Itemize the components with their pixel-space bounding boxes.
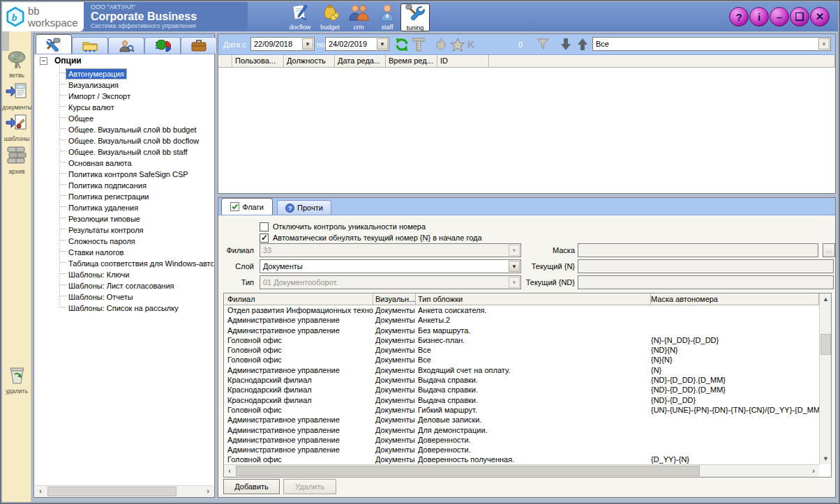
- tree-item[interactable]: Резолюции типовые: [35, 212, 213, 223]
- table-row[interactable]: Административное управление Документы Де…: [224, 415, 819, 425]
- move-down-button[interactable]: [560, 38, 572, 52]
- tree-item[interactable]: Шаблоны: Отчеты: [35, 290, 213, 301]
- tree-item[interactable]: Визуализация: [35, 78, 213, 89]
- filter-select[interactable]: Все ▼: [592, 37, 831, 51]
- tree-item[interactable]: Общее. Визуальный слой bb docflow: [35, 134, 213, 145]
- reset-number-checkbox[interactable]: [260, 234, 269, 243]
- tab-shared-folder[interactable]: [72, 37, 108, 54]
- scrollbar-thumb[interactable]: [236, 466, 700, 476]
- column-header-id[interactable]: ID: [437, 55, 489, 68]
- scrollbar-thumb[interactable]: [47, 487, 177, 496]
- scrollbar-thumb[interactable]: [820, 334, 831, 355]
- tree-item[interactable]: Политика регистрации: [35, 190, 213, 201]
- column-header-edit-date[interactable]: Дата реда...: [335, 55, 386, 68]
- tree-item[interactable]: Основная валюта: [35, 156, 213, 167]
- column-header-cover-type[interactable]: Тип обложки: [416, 293, 651, 305]
- tab-read[interactable]: ? Прочти: [277, 200, 331, 215]
- scroll-down-icon[interactable]: ▼: [820, 453, 832, 464]
- table-row[interactable]: Головной офис Документы Доверенность пол…: [224, 455, 819, 464]
- delete-button[interactable]: Удалить: [283, 479, 336, 494]
- table-row[interactable]: Административное управление Документы Дл…: [224, 425, 819, 435]
- tree-item[interactable]: Общее. Визуальный слой bb budget: [35, 123, 213, 134]
- scroll-right-icon[interactable]: ›: [808, 466, 819, 477]
- table-vertical-scrollbar[interactable]: ▲ ▼: [819, 293, 831, 464]
- layer-select[interactable]: Документы ▼: [260, 259, 521, 273]
- move-up-button[interactable]: [576, 38, 589, 52]
- table-row[interactable]: Краснодарский филиал Документы Выдача сп…: [224, 395, 819, 405]
- module-budget[interactable]: budget: [315, 3, 345, 31]
- column-header-filial[interactable]: Филиал: [224, 293, 373, 305]
- table-row[interactable]: Административное управление Документы До…: [224, 435, 819, 445]
- column-header-visual[interactable]: Визуальн...: [373, 293, 416, 305]
- tree-item[interactable]: Сложность пароля: [35, 234, 213, 245]
- chevron-down-icon[interactable]: ▼: [377, 38, 388, 49]
- tree-item[interactable]: Таблица соответствия для Windows-авто: [35, 257, 213, 268]
- scroll-right-icon[interactable]: ›: [202, 486, 213, 497]
- module-staff[interactable]: staff: [373, 3, 402, 31]
- unique-number-checkbox[interactable]: [260, 222, 269, 231]
- chevron-down-icon[interactable]: ▼: [302, 38, 313, 49]
- maximize-button[interactable]: ❑: [790, 7, 809, 26]
- table-row[interactable]: Головной офис Документы Гибкий маршрут. …: [224, 405, 819, 415]
- sidebar-item-branch[interactable]: ветвь: [2, 50, 31, 79]
- tree-item[interactable]: Общее: [35, 112, 213, 123]
- tree-item[interactable]: Автонумерация: [35, 67, 213, 78]
- tree-item[interactable]: Политика подписания: [35, 178, 213, 190]
- column-header[interactable]: [218, 55, 232, 68]
- sidebar-item-templates[interactable]: шаблоны: [2, 114, 31, 142]
- sidebar-item-documents[interactable]: документы: [2, 82, 31, 111]
- column-header-user[interactable]: Пользова...: [232, 55, 284, 68]
- ruler-button[interactable]: [412, 38, 425, 53]
- tree-item[interactable]: Шаблоны: Ключи: [35, 268, 213, 279]
- column-header-mask[interactable]: Маска автономера: [651, 293, 819, 305]
- tree-item[interactable]: Ставки налогов: [35, 245, 213, 257]
- table-row[interactable]: Отдел развития Информационных технологий…: [224, 305, 819, 315]
- table-row[interactable]: Административное управление Документы Бе…: [224, 326, 819, 335]
- column-header-edit-time[interactable]: Время ред...: [386, 55, 437, 68]
- k-button[interactable]: K: [467, 39, 474, 50]
- tab-person-search[interactable]: [108, 37, 144, 54]
- favorite-button[interactable]: [450, 38, 465, 53]
- help-button[interactable]: ?: [729, 7, 749, 26]
- tree-item[interactable]: Курсы валют: [35, 100, 213, 112]
- table-row[interactable]: Головной офис Документы Все {ND}{N}: [224, 345, 819, 355]
- tree-item[interactable]: Политика удаления: [35, 201, 213, 212]
- table-horizontal-scrollbar[interactable]: ‹ ›: [224, 464, 819, 477]
- close-button[interactable]: ✕: [810, 7, 830, 26]
- tree-horizontal-scrollbar[interactable]: ‹ ›: [35, 485, 213, 496]
- tree-item[interactable]: Шаблоны: Список на рассылку: [35, 301, 213, 312]
- tree-item[interactable]: Результаты контроля: [35, 223, 213, 234]
- refresh-button[interactable]: [394, 38, 410, 53]
- tree-item[interactable]: Политика контроля SafeSign CSP: [35, 167, 213, 178]
- info-button[interactable]: i: [749, 7, 769, 26]
- scroll-left-icon[interactable]: ‹: [35, 486, 46, 497]
- tab-briefcase[interactable]: [181, 37, 217, 54]
- add-button[interactable]: Добавить: [223, 479, 280, 494]
- table-row[interactable]: Краснодарский филиал Документы Выдача сп…: [224, 375, 819, 385]
- sidebar-item-delete[interactable]: удалить: [2, 365, 31, 395]
- flame-button[interactable]: [435, 38, 447, 53]
- table-row[interactable]: Головной офис Документы Все {N}{N}: [224, 355, 819, 365]
- table-row[interactable]: Административное управление Документы Вх…: [224, 365, 819, 375]
- sidebar-item-archive[interactable]: архив: [2, 145, 31, 175]
- table-row[interactable]: Головной офис Документы Бизнес-план. {N}…: [224, 335, 819, 345]
- date-to-select[interactable]: 24/02/2019 ▼: [325, 37, 389, 51]
- tab-tools[interactable]: [36, 34, 72, 54]
- filter-button[interactable]: [536, 38, 550, 52]
- tree-item[interactable]: Импорт / Экспорт: [35, 89, 213, 100]
- tree-item[interactable]: Шаблоны: Лист согласования: [35, 279, 213, 290]
- tree-item[interactable]: Общее. Визуальный слой bb staff: [35, 145, 213, 156]
- module-tuning[interactable]: tuning: [400, 3, 430, 31]
- tree-collapse-icon[interactable]: −: [40, 57, 47, 65]
- minimize-button[interactable]: –: [770, 7, 789, 26]
- history-grid-body[interactable]: [218, 68, 835, 193]
- table-row[interactable]: Административное управление Документы До…: [224, 445, 819, 455]
- chevron-down-icon[interactable]: ▼: [509, 261, 520, 272]
- scroll-left-icon[interactable]: ‹: [224, 466, 235, 477]
- chevron-down-icon[interactable]: ▼: [818, 38, 830, 49]
- table-row[interactable]: Краснодарский филиал Документы Выдача сп…: [224, 385, 819, 395]
- module-docflow[interactable]: docflow: [285, 3, 315, 31]
- table-row[interactable]: Административное управление Документы Ан…: [224, 315, 819, 325]
- tab-flags[interactable]: Флаги: [221, 198, 273, 215]
- scroll-up-icon[interactable]: ▲: [820, 293, 832, 305]
